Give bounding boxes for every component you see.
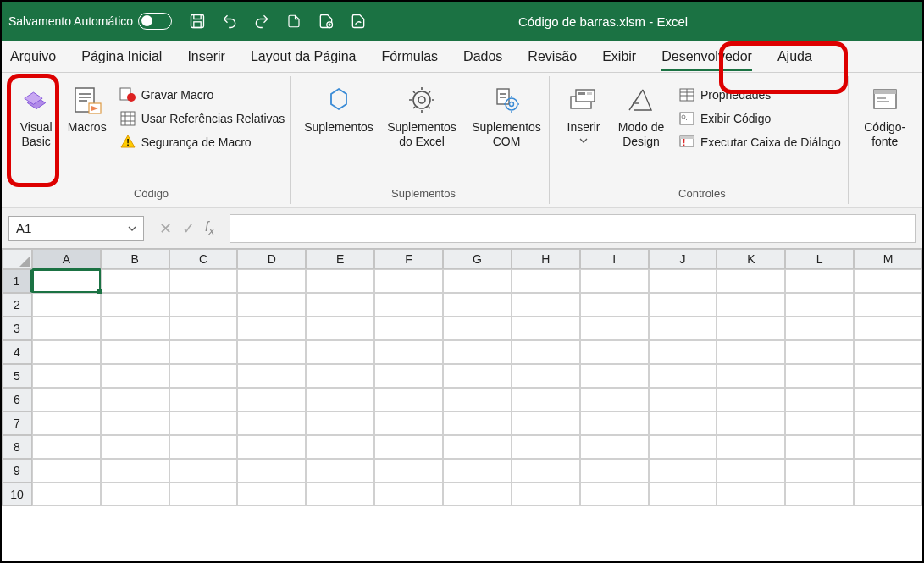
cell[interactable]: [580, 293, 649, 317]
cell[interactable]: [785, 364, 854, 388]
cell[interactable]: [306, 317, 374, 340]
col-header[interactable]: F: [374, 249, 443, 269]
cell[interactable]: [169, 293, 238, 317]
cell[interactable]: [854, 293, 922, 317]
cell[interactable]: [649, 459, 717, 483]
cell[interactable]: [785, 269, 854, 293]
cell[interactable]: [374, 293, 443, 317]
tab-pagina-inicial[interactable]: Página Inicial: [81, 44, 162, 69]
cell[interactable]: [237, 340, 306, 364]
macros-button[interactable]: Macros: [65, 78, 109, 140]
cell[interactable]: [717, 340, 785, 364]
cell[interactable]: [32, 293, 101, 317]
cell[interactable]: [785, 340, 854, 364]
cell[interactable]: [512, 317, 580, 340]
tab-arquivo[interactable]: Arquivo: [10, 44, 56, 69]
cell[interactable]: [237, 459, 306, 483]
suplementos-com-button[interactable]: Suplementos COM: [468, 78, 545, 154]
cell[interactable]: [854, 388, 922, 411]
cell[interactable]: [649, 340, 717, 364]
cell[interactable]: [443, 483, 512, 506]
gravar-macro-button[interactable]: Gravar Macro: [116, 85, 289, 105]
col-header[interactable]: B: [101, 249, 169, 269]
cell[interactable]: [374, 388, 443, 411]
cell[interactable]: [169, 340, 238, 364]
col-header[interactable]: J: [649, 249, 717, 269]
cell[interactable]: [580, 459, 649, 483]
tab-inserir[interactable]: Inserir: [187, 44, 224, 69]
cell[interactable]: [237, 317, 306, 340]
cell[interactable]: [785, 435, 854, 459]
cell[interactable]: [854, 340, 922, 364]
cell[interactable]: [717, 388, 785, 411]
cell[interactable]: [374, 411, 443, 435]
cell[interactable]: [580, 388, 649, 411]
cell[interactable]: [169, 364, 238, 388]
cell[interactable]: [580, 364, 649, 388]
row-header[interactable]: 4: [2, 340, 32, 364]
cell[interactable]: [237, 435, 306, 459]
cell[interactable]: [854, 435, 922, 459]
cell[interactable]: [785, 483, 854, 506]
cell[interactable]: [854, 483, 922, 506]
cell[interactable]: [580, 435, 649, 459]
col-header[interactable]: C: [169, 249, 238, 269]
cell[interactable]: [306, 459, 374, 483]
tab-layout[interactable]: Layout da Página: [251, 44, 357, 69]
cell[interactable]: [649, 411, 717, 435]
row-header[interactable]: 8: [2, 435, 32, 459]
autosave-toggle[interactable]: [138, 13, 172, 30]
col-header[interactable]: A: [32, 249, 101, 269]
cell[interactable]: [306, 293, 374, 317]
cell[interactable]: [785, 459, 854, 483]
cell[interactable]: [32, 435, 101, 459]
cell[interactable]: [32, 340, 101, 364]
cell[interactable]: [443, 364, 512, 388]
cell[interactable]: [717, 411, 785, 435]
redo-icon[interactable]: [252, 11, 272, 31]
visual-basic-button[interactable]: Visual Basic: [14, 78, 58, 154]
new-file-icon[interactable]: [284, 11, 304, 31]
usar-referencias-button[interactable]: Usar Referências Relativas: [116, 108, 289, 129]
cell[interactable]: [32, 411, 101, 435]
tab-dados[interactable]: Dados: [463, 44, 502, 69]
row-header[interactable]: 9: [2, 459, 32, 483]
col-header[interactable]: D: [237, 249, 306, 269]
cell[interactable]: [443, 317, 512, 340]
cell[interactable]: [169, 269, 238, 293]
undo-icon[interactable]: [219, 11, 240, 31]
cell[interactable]: [374, 364, 443, 388]
cell[interactable]: [101, 317, 169, 340]
cell[interactable]: [580, 483, 649, 506]
tab-revisao[interactable]: Revisão: [528, 44, 577, 69]
cell[interactable]: [649, 388, 717, 411]
tab-formulas[interactable]: Fórmulas: [381, 44, 438, 69]
cell[interactable]: [101, 340, 169, 364]
cell[interactable]: [101, 459, 169, 483]
cell[interactable]: [169, 317, 238, 340]
cell[interactable]: [854, 317, 922, 340]
cell[interactable]: [237, 483, 306, 506]
cell[interactable]: [512, 269, 580, 293]
row-header[interactable]: 3: [2, 317, 32, 340]
cell[interactable]: [374, 269, 443, 293]
cell[interactable]: [512, 459, 580, 483]
cell[interactable]: [32, 459, 101, 483]
cell[interactable]: [32, 388, 101, 411]
row-header[interactable]: 2: [2, 293, 32, 317]
cell[interactable]: [854, 411, 922, 435]
cell[interactable]: [169, 411, 238, 435]
inserir-control-button[interactable]: Inserir: [560, 78, 607, 148]
cell[interactable]: [374, 340, 443, 364]
cell[interactable]: [374, 317, 443, 340]
cell[interactable]: [443, 435, 512, 459]
cell[interactable]: [169, 483, 238, 506]
cell[interactable]: [649, 317, 717, 340]
cell[interactable]: [443, 459, 512, 483]
suplementos-button[interactable]: Suplementos: [302, 78, 376, 140]
cell[interactable]: [32, 364, 101, 388]
cell[interactable]: [237, 293, 306, 317]
cell[interactable]: [717, 435, 785, 459]
fx-icon[interactable]: fx: [205, 219, 214, 237]
cell[interactable]: [237, 364, 306, 388]
